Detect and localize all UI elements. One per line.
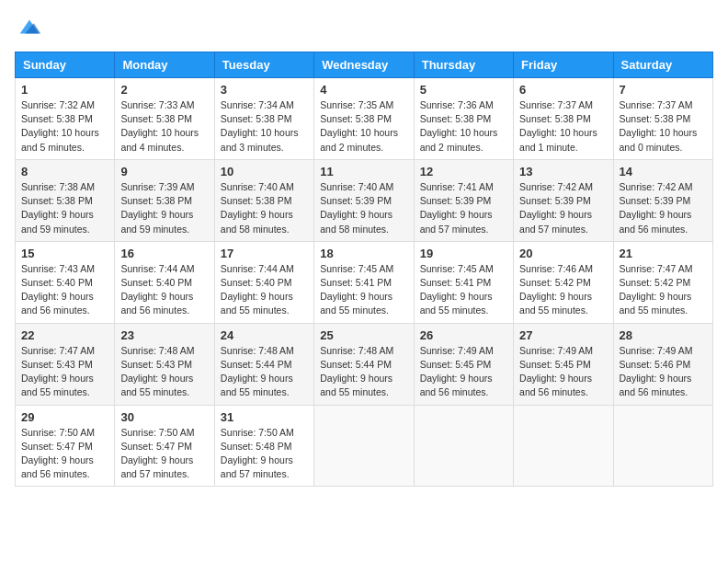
day-cell-25: 25 Sunrise: 7:48 AM Sunset: 5:44 PM Dayl… (314, 323, 414, 405)
sunrise-label: Sunrise: 7:33 AM (120, 99, 194, 110)
sunrise-label: Sunrise: 7:32 AM (21, 99, 95, 110)
empty-cell (514, 405, 613, 487)
calendar-body: 1 Sunrise: 7:32 AM Sunset: 5:38 PM Dayli… (16, 78, 713, 487)
day-cell-12: 12 Sunrise: 7:41 AM Sunset: 5:39 PM Dayl… (414, 159, 513, 241)
day-info: Sunrise: 7:49 AM Sunset: 5:45 PM Dayligh… (519, 344, 607, 400)
day-info: Sunrise: 7:36 AM Sunset: 5:38 PM Dayligh… (420, 98, 507, 155)
logo-icon (17, 15, 42, 40)
daylight-label: Daylight: 9 hours and 55 minutes. (221, 291, 293, 316)
day-cell-21: 21 Sunrise: 7:47 AM Sunset: 5:42 PM Dayl… (613, 241, 712, 323)
day-number: 22 (21, 328, 108, 342)
daylight-label: Daylight: 9 hours and 56 minutes. (620, 209, 692, 234)
sunset-label: Sunset: 5:47 PM (120, 441, 192, 452)
day-number: 3 (221, 83, 308, 97)
daylight-label: Daylight: 9 hours and 56 minutes. (120, 291, 193, 316)
day-number: 30 (120, 410, 208, 424)
sunrise-label: Sunrise: 7:43 AM (21, 263, 95, 274)
day-info: Sunrise: 7:47 AM Sunset: 5:43 PM Dayligh… (21, 344, 108, 400)
daylight-label: Daylight: 9 hours and 56 minutes. (620, 373, 692, 397)
day-cell-1: 1 Sunrise: 7:32 AM Sunset: 5:38 PM Dayli… (16, 78, 115, 160)
day-cell-24: 24 Sunrise: 7:48 AM Sunset: 5:44 PM Dayl… (214, 323, 313, 405)
day-info: Sunrise: 7:49 AM Sunset: 5:45 PM Dayligh… (420, 344, 507, 400)
day-info: Sunrise: 7:48 AM Sunset: 5:44 PM Dayligh… (221, 344, 308, 400)
daylight-label: Daylight: 9 hours and 55 minutes. (420, 291, 493, 316)
day-info: Sunrise: 7:34 AM Sunset: 5:38 PM Dayligh… (221, 98, 308, 155)
day-info: Sunrise: 7:40 AM Sunset: 5:39 PM Dayligh… (320, 180, 407, 236)
day-cell-3: 3 Sunrise: 7:34 AM Sunset: 5:38 PM Dayli… (214, 78, 313, 160)
sunrise-label: Sunrise: 7:48 AM (320, 345, 393, 356)
column-header-saturday: Saturday (613, 52, 712, 78)
sunrise-label: Sunrise: 7:44 AM (120, 263, 194, 274)
daylight-label: Daylight: 9 hours and 56 minutes. (519, 373, 592, 397)
sunrise-label: Sunrise: 7:47 AM (21, 345, 95, 356)
sunrise-label: Sunrise: 7:50 AM (120, 427, 194, 438)
day-number: 20 (519, 247, 607, 260)
column-header-sunday: Sunday (16, 52, 115, 78)
day-number: 1 (21, 83, 108, 97)
daylight-label: Daylight: 9 hours and 55 minutes. (519, 291, 592, 316)
day-info: Sunrise: 7:38 AM Sunset: 5:38 PM Dayligh… (21, 180, 108, 236)
empty-cell (314, 405, 414, 487)
day-number: 7 (620, 83, 707, 97)
day-number: 18 (320, 247, 407, 260)
day-number: 31 (221, 410, 308, 424)
day-number: 26 (420, 328, 507, 342)
day-number: 19 (420, 247, 507, 260)
day-number: 24 (221, 328, 308, 342)
sunset-label: Sunset: 5:39 PM (620, 195, 691, 206)
daylight-label: Daylight: 9 hours and 56 minutes. (21, 454, 94, 479)
calendar-week-4: 22 Sunrise: 7:47 AM Sunset: 5:43 PM Dayl… (16, 323, 713, 405)
calendar-week-5: 29 Sunrise: 7:50 AM Sunset: 5:47 PM Dayl… (16, 405, 713, 487)
sunrise-label: Sunrise: 7:46 AM (519, 263, 593, 274)
day-info: Sunrise: 7:33 AM Sunset: 5:38 PM Dayligh… (120, 98, 208, 155)
day-info: Sunrise: 7:39 AM Sunset: 5:38 PM Dayligh… (120, 180, 208, 236)
column-header-friday: Friday (514, 52, 613, 78)
daylight-label: Daylight: 10 hours and 5 minutes. (21, 127, 99, 152)
sunset-label: Sunset: 5:44 PM (221, 359, 292, 370)
daylight-label: Daylight: 9 hours and 57 minutes. (519, 209, 592, 234)
sunset-label: Sunset: 5:45 PM (519, 359, 591, 370)
day-number: 13 (519, 165, 607, 178)
day-cell-19: 19 Sunrise: 7:45 AM Sunset: 5:41 PM Dayl… (414, 241, 513, 323)
day-cell-2: 2 Sunrise: 7:33 AM Sunset: 5:38 PM Dayli… (115, 78, 214, 160)
day-number: 10 (221, 165, 308, 178)
day-cell-6: 6 Sunrise: 7:37 AM Sunset: 5:38 PM Dayli… (514, 78, 613, 160)
daylight-label: Daylight: 10 hours and 3 minutes. (221, 127, 299, 152)
sunrise-label: Sunrise: 7:50 AM (21, 427, 95, 438)
column-header-tuesday: Tuesday (214, 52, 313, 78)
day-info: Sunrise: 7:46 AM Sunset: 5:42 PM Dayligh… (519, 262, 607, 318)
column-header-monday: Monday (115, 52, 214, 78)
day-info: Sunrise: 7:47 AM Sunset: 5:42 PM Dayligh… (620, 262, 707, 318)
sunrise-label: Sunrise: 7:50 AM (221, 427, 294, 438)
sunset-label: Sunset: 5:41 PM (420, 277, 492, 288)
day-cell-11: 11 Sunrise: 7:40 AM Sunset: 5:39 PM Dayl… (314, 159, 414, 241)
logo (15, 15, 42, 40)
daylight-label: Daylight: 9 hours and 58 minutes. (320, 209, 392, 234)
daylight-label: Daylight: 9 hours and 56 minutes. (420, 373, 493, 397)
day-number: 2 (120, 83, 208, 97)
sunset-label: Sunset: 5:47 PM (21, 441, 93, 452)
sunset-label: Sunset: 5:42 PM (620, 277, 691, 288)
calendar-week-3: 15 Sunrise: 7:43 AM Sunset: 5:40 PM Dayl… (16, 241, 713, 323)
day-number: 29 (21, 410, 108, 424)
day-number: 5 (420, 83, 507, 97)
day-info: Sunrise: 7:45 AM Sunset: 5:41 PM Dayligh… (320, 262, 407, 318)
sunrise-label: Sunrise: 7:40 AM (221, 181, 294, 192)
sunrise-label: Sunrise: 7:42 AM (519, 181, 593, 192)
sunset-label: Sunset: 5:39 PM (420, 195, 492, 206)
daylight-label: Daylight: 9 hours and 55 minutes. (21, 373, 94, 397)
day-cell-22: 22 Sunrise: 7:47 AM Sunset: 5:43 PM Dayl… (16, 323, 115, 405)
sunset-label: Sunset: 5:38 PM (21, 113, 93, 124)
calendar-header-row: SundayMondayTuesdayWednesdayThursdayFrid… (16, 52, 713, 78)
daylight-label: Daylight: 9 hours and 59 minutes. (21, 209, 94, 234)
day-number: 27 (519, 328, 607, 342)
day-cell-5: 5 Sunrise: 7:36 AM Sunset: 5:38 PM Dayli… (414, 78, 513, 160)
sunrise-label: Sunrise: 7:35 AM (320, 99, 393, 110)
day-number: 28 (620, 328, 707, 342)
column-header-wednesday: Wednesday (314, 52, 414, 78)
day-number: 12 (420, 165, 507, 178)
day-cell-30: 30 Sunrise: 7:50 AM Sunset: 5:47 PM Dayl… (115, 405, 214, 487)
sunset-label: Sunset: 5:38 PM (221, 195, 292, 206)
sunrise-label: Sunrise: 7:37 AM (620, 99, 693, 110)
sunrise-label: Sunrise: 7:40 AM (320, 181, 393, 192)
